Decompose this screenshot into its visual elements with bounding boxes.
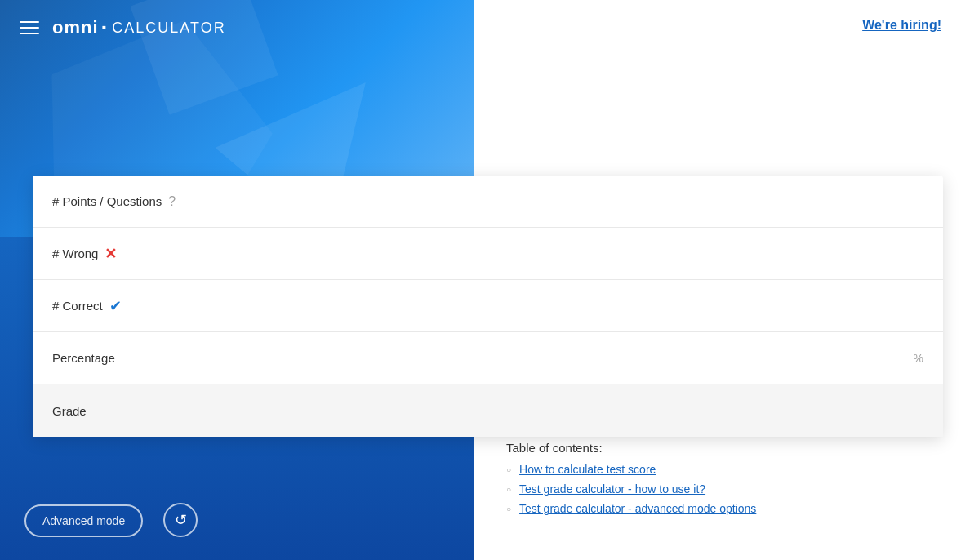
points-label-text: # Points / Questions (52, 194, 162, 208)
calc-row-grade: Grade (33, 384, 943, 437)
wrong-label-text: # Wrong (52, 247, 98, 260)
percentage-label: Percentage (52, 351, 914, 365)
hiring-link[interactable]: We're hiring! (862, 18, 941, 33)
toc-title: Table of contents: (506, 441, 928, 455)
logo-omni-text: omni (52, 17, 99, 38)
toc-list: How to calculate test score Test grade c… (506, 463, 928, 515)
calc-row-percentage: Percentage % (33, 332, 943, 384)
calc-row-wrong: # Wrong ✕ (33, 228, 943, 280)
toc-item-3: Test grade calculator - advanced mode op… (506, 502, 928, 515)
reset-button[interactable]: ↺ (163, 503, 198, 537)
calc-row-correct: # Correct ✔ (33, 280, 943, 332)
correct-icon: ✔ (109, 297, 122, 315)
logo-dot: · (101, 16, 108, 39)
toc-link-2[interactable]: Test grade calculator - how to use it? (519, 482, 705, 496)
percentage-label-text: Percentage (52, 351, 115, 365)
wrong-icon: ✕ (105, 245, 117, 263)
bottom-blue-panel: # Points / Questions ? # Wrong ✕ # Corre… (0, 237, 474, 560)
toc-item-2: Test grade calculator - how to use it? (506, 482, 928, 496)
points-label: # Points / Questions ? (52, 194, 923, 209)
toc-link-3[interactable]: Test grade calculator - advanced mode op… (519, 502, 756, 515)
nav-bar: omni · CALCULATOR (0, 0, 474, 56)
toc-link-1[interactable]: How to calculate test score (519, 463, 656, 476)
logo: omni · CALCULATOR (52, 16, 226, 39)
hamburger-menu[interactable] (20, 21, 39, 34)
correct-label-text: # Correct (52, 299, 103, 313)
points-help-icon[interactable]: ? (168, 194, 176, 209)
logo-calculator-text: CALCULATOR (112, 20, 225, 37)
reset-icon: ↺ (175, 511, 187, 529)
correct-label: # Correct ✔ (52, 297, 923, 315)
calculator-card: # Points / Questions ? # Wrong ✕ # Corre… (33, 176, 943, 437)
grade-label: Grade (52, 404, 923, 418)
advanced-mode-button[interactable]: Advanced mode (24, 504, 143, 537)
wrong-label: # Wrong ✕ (52, 245, 923, 263)
percentage-unit: % (914, 352, 923, 365)
nav-left: omni · CALCULATOR (20, 16, 226, 39)
toc-item-1: How to calculate test score (506, 463, 928, 476)
calc-row-points: # Points / Questions ? (33, 176, 943, 228)
grade-label-text: Grade (52, 404, 87, 418)
